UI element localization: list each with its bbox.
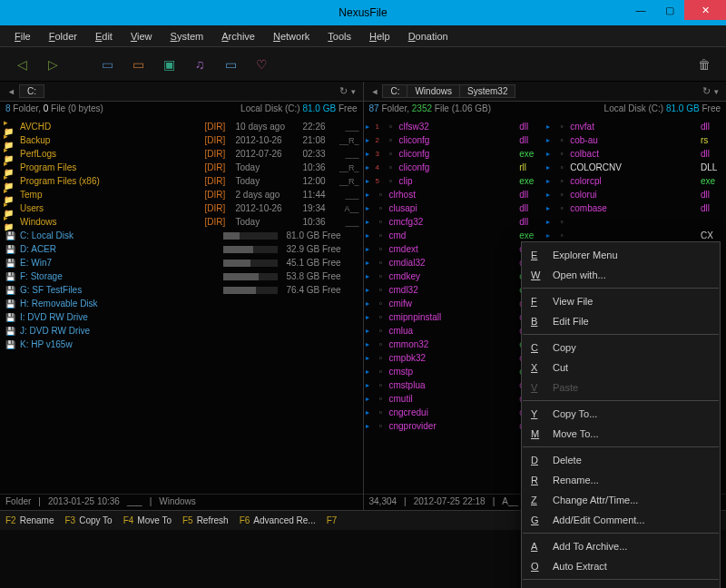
table-row[interactable]: ▸▫ <box>544 215 726 229</box>
table-row[interactable]: ▸▫CX <box>544 229 726 242</box>
trash-button[interactable]: 🗑 <box>692 52 717 77</box>
path-menu-icon[interactable]: ▾ <box>348 87 359 96</box>
drive-row[interactable]: 💾I: DVD RW Drive <box>0 310 363 324</box>
table-row[interactable]: ▸▫cmutildll <box>364 392 545 406</box>
context-item[interactable]: EExplorer Menu <box>522 245 720 265</box>
fkey-f4[interactable]: F4Move To <box>118 515 177 525</box>
refresh-icon[interactable]: ↻ <box>702 85 711 97</box>
refresh-icon[interactable]: ↻ <box>339 85 348 97</box>
menu-view[interactable]: View <box>123 29 160 44</box>
fkey-f3[interactable]: F3Copy To <box>59 515 117 525</box>
table-row[interactable]: ▸▫cmcfg32dll <box>364 215 545 229</box>
favorite-button[interactable]: ♡ <box>249 52 274 77</box>
table-row[interactable]: ▸5▫clipexe <box>364 174 545 188</box>
table-row[interactable]: ▸▫cmpbk32dll <box>364 351 545 365</box>
table-row[interactable]: ▸▫cmstpexe <box>364 365 545 378</box>
path-back-icon[interactable]: ◄ <box>4 87 19 96</box>
context-item[interactable]: FView File <box>522 291 720 311</box>
table-row[interactable]: ▸1▫clfsw32dll <box>364 120 545 133</box>
desktop-button[interactable]: ▭ <box>94 52 120 77</box>
table-row[interactable]: ▸▫COLORCNVDLL <box>544 161 726 174</box>
context-item[interactable]: OAuto Extract <box>522 556 720 576</box>
table-row[interactable]: ▸2▫cliconfgdll <box>364 133 545 147</box>
fkey-f2[interactable]: F2Rename <box>0 515 59 525</box>
table-row[interactable]: ▸▫colbactdll <box>544 147 726 161</box>
menu-system[interactable]: System <box>163 29 211 44</box>
table-row[interactable]: ▸▫cmluadll <box>364 324 545 338</box>
folder-button[interactable]: ▭ <box>125 52 151 77</box>
back-button[interactable]: ◁ <box>9 52 34 77</box>
table-row[interactable]: ▸▫coloruidll <box>544 188 726 201</box>
music-button[interactable]: ♫ <box>187 52 212 77</box>
path-segment[interactable]: C: <box>382 84 407 98</box>
table-row[interactable]: ▸▫clusapidll <box>364 201 545 215</box>
table-row[interactable]: ▸▫cngproviderdll <box>364 419 545 433</box>
drive-row[interactable]: 💾K: HP v165w <box>0 338 363 351</box>
path-segment[interactable]: Windows <box>407 84 460 98</box>
table-row[interactable]: ▸📁AVCHD[DIR]10 days ago22:26___ <box>0 120 363 133</box>
context-item[interactable]: WOpen with... <box>522 265 720 285</box>
left-filelist[interactable]: ▸📁AVCHD[DIR]10 days ago22:26___▸📁Backup[… <box>0 120 363 494</box>
context-item[interactable]: XCut <box>522 358 720 377</box>
close-button[interactable]: ✕ <box>684 0 726 20</box>
context-item[interactable]: CCopy <box>522 338 720 358</box>
drive-row[interactable]: 💾H: Removable Disk <box>0 297 363 310</box>
context-item[interactable]: ZChange Attr/Time... <box>522 490 720 510</box>
table-row[interactable]: ▸📁Users[DIR]2012-10-2619:34A__ <box>0 201 363 215</box>
context-item[interactable]: YCopy To... <box>522 404 720 424</box>
drive-row[interactable]: 💾F: Storage53.8 GB Free <box>0 270 363 283</box>
fkey-f7[interactable]: F7 <box>321 515 347 525</box>
drive-row[interactable]: 💾C: Local Disk81.0 GB Free <box>0 229 363 242</box>
table-row[interactable]: ▸▫cmmon32exe <box>364 338 545 351</box>
path-menu-icon[interactable]: ▾ <box>711 87 722 96</box>
table-row[interactable]: ▸▫cmdial32dll <box>364 256 545 270</box>
menu-file[interactable]: File <box>7 29 38 44</box>
table-row[interactable]: ▸▫cmstpluadll <box>364 378 545 392</box>
table-row[interactable]: ▸▫colorcplexe <box>544 174 726 188</box>
video-button[interactable]: ▭ <box>218 52 243 77</box>
table-row[interactable]: ▸▫cmdextdll <box>364 242 545 256</box>
drive-row[interactable]: 💾E: Win745.1 GB Free <box>0 256 363 270</box>
table-row[interactable]: ▸▫cmdexe <box>364 229 545 242</box>
path-segment[interactable]: C: <box>19 84 44 98</box>
table-row[interactable]: ▸4▫cliconfgrll <box>364 161 545 174</box>
table-row[interactable]: ▸📁Backup[DIR]2012-10-2621:08__R_ <box>0 133 363 147</box>
table-row[interactable]: ▸▫cmdl32exe <box>364 283 545 297</box>
path-back-icon[interactable]: ◄ <box>368 87 383 96</box>
menu-help[interactable]: Help <box>362 29 397 44</box>
table-row[interactable]: ▸📁Program Files[DIR]Today10:36__R_ <box>0 161 363 174</box>
drive-row[interactable]: 💾J: DVD RW Drive <box>0 324 363 338</box>
minimize-button[interactable]: — <box>626 0 655 20</box>
table-row[interactable]: ▸▫cmipnpinstalldll <box>364 310 545 324</box>
drive-row[interactable]: 💾D: ACER32.9 GB Free <box>0 242 363 256</box>
context-item[interactable]: DDelete <box>522 450 720 470</box>
context-item[interactable]: RRename... <box>522 470 720 490</box>
table-row[interactable]: ▸▫cnvfatdll <box>544 120 726 133</box>
forward-button[interactable]: ▷ <box>40 52 65 77</box>
table-row[interactable]: ▸▫clrhostdll <box>364 188 545 201</box>
drive-row[interactable]: 💾G: SF TestFiles76.4 GB Free <box>0 283 363 297</box>
table-row[interactable]: ▸3▫cliconfgexe <box>364 147 545 161</box>
table-row[interactable]: ▸▫cob-aurs <box>544 133 726 147</box>
maximize-button[interactable]: ▢ <box>655 0 684 20</box>
context-item[interactable]: BEdit File <box>522 311 720 331</box>
menu-edit[interactable]: Edit <box>88 29 120 44</box>
camera-button[interactable]: ▣ <box>156 52 182 77</box>
table-row[interactable]: ▸▫cngcreduidll <box>364 406 545 419</box>
menu-donation[interactable]: Donation <box>401 29 456 44</box>
context-item[interactable]: AAdd To Archive... <box>522 536 720 556</box>
fkey-f5[interactable]: F5Refresh <box>177 515 234 525</box>
table-row[interactable]: ▸▫cmdkeyexe <box>364 270 545 283</box>
menu-tools[interactable]: Tools <box>320 29 358 44</box>
table-row[interactable]: ▸▫combasedll <box>544 201 726 215</box>
menu-archive[interactable]: Archive <box>214 29 262 44</box>
table-row[interactable]: ▸▫cmifwdll <box>364 297 545 310</box>
table-row[interactable]: ▸📁Windows[DIR]Today10:36___ <box>0 215 363 229</box>
context-item[interactable]: TProperties <box>522 583 720 588</box>
fkey-f6[interactable]: F6Advanced Re... <box>234 515 321 525</box>
menu-network[interactable]: Network <box>266 29 317 44</box>
path-segment[interactable]: System32 <box>459 84 515 98</box>
context-item[interactable]: MMove To... <box>522 424 720 444</box>
table-row[interactable]: ▸📁Temp[DIR]2 days ago11:44___ <box>0 188 363 201</box>
table-row[interactable]: ▸📁PerfLogs[DIR]2012-07-2602:33___ <box>0 147 363 161</box>
